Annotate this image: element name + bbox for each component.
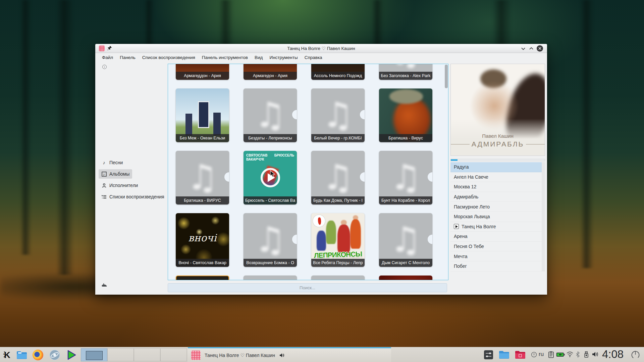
bluetooth-icon[interactable] (576, 351, 580, 358)
cover-figure (337, 225, 350, 253)
track-list-scrollbar[interactable] (542, 162, 545, 272)
album-card[interactable]: Белый Вечер - гр.КОМБІ (311, 88, 365, 142)
clock[interactable]: 4:08 (602, 348, 624, 361)
menu-item-0[interactable]: Файл (99, 54, 116, 61)
track-row[interactable]: Радуга (450, 162, 542, 172)
sidebar-item-albums[interactable]: ♪ Альбомы (99, 169, 132, 179)
grid-scrollbar-thumb[interactable] (445, 65, 448, 88)
album-card[interactable]: Без Заголовка - Alex Park (379, 64, 432, 80)
cover-figure (350, 219, 361, 249)
clipboard-icon[interactable] (548, 351, 554, 358)
track-row[interactable]: Побег (450, 261, 542, 272)
media-play-icon[interactable] (66, 349, 77, 361)
album-card[interactable]: Армагеддон - Ария (176, 64, 229, 80)
menu-item-1[interactable]: Панель (116, 54, 139, 61)
menu-item-2[interactable]: Список воспроизведения (139, 54, 199, 61)
album-card[interactable]: Ассоль Немного Подожд (311, 64, 365, 80)
album-card[interactable]: Будь Как Дома, Путник - І (311, 151, 365, 204)
album-title: Бездаты - Леприконсы (244, 134, 297, 142)
mixer-icon[interactable] (484, 350, 493, 359)
notification-icon[interactable] (531, 352, 537, 358)
task-app-icon (191, 351, 201, 360)
album-card[interactable]: ЛЕПРИКОНСЫ Все Ребята Перцы - Лепр (311, 213, 365, 267)
keyboard-layout-indicator[interactable]: ru (539, 351, 544, 358)
album-card[interactable]: Армагедон - Ария (244, 64, 297, 80)
track-row[interactable]: Морская Львица (450, 212, 542, 222)
grid-scrollbar[interactable] (445, 65, 448, 279)
music-note-icon: ♪ (101, 160, 107, 165)
minimize-button[interactable] (520, 46, 526, 52)
titlebar[interactable]: Танец На Волге ♡ Павел Кашин (95, 44, 547, 53)
tree-trunk (580, 0, 594, 268)
album-card[interactable]: Возвращение Бомжа - О (244, 213, 297, 267)
album-card[interactable]: Дым Сигарет С Ментоло (379, 213, 432, 267)
album-card[interactable] (379, 276, 432, 280)
menubar: ФайлПанельСписок воспроизведенияПанель и… (95, 53, 547, 62)
taskbar: K Танец На Волге ♡ Павел Кашин ru (0, 347, 644, 362)
virtual-desktop-pager (81, 348, 187, 361)
power-icon[interactable] (631, 350, 640, 360)
folder-blue-icon[interactable] (499, 350, 509, 359)
album-card[interactable]: Бездаты - Леприконсы (244, 88, 297, 142)
track-row[interactable]: Адмирабль (450, 192, 542, 202)
wifi-icon[interactable] (566, 351, 574, 357)
album-card[interactable]: Бунт На Корабле - Корол (379, 151, 432, 204)
volume-icon[interactable] (592, 351, 599, 357)
album-card[interactable] (311, 276, 365, 280)
now-playing-cover[interactable]: Павел Кашин АДМИРАБЛЬ (450, 64, 545, 156)
playing-indicator-icon (454, 224, 459, 229)
sidebar-item-label: Альбомы (109, 171, 129, 177)
firefox-icon[interactable] (32, 349, 44, 361)
track-title: Песня О Тебе (454, 244, 484, 249)
playback-progress-bar[interactable] (450, 159, 545, 161)
cover-text: СВЯТОСЛАВ ВАКАРЧУК (246, 154, 272, 162)
album-title: Армагедон - Ария (244, 72, 297, 80)
album-title: Без Меж - Океан Ельзи (176, 134, 229, 142)
menu-item-6[interactable]: Справка (301, 54, 326, 61)
network-icon[interactable] (49, 349, 60, 361)
menu-item-3[interactable]: Панель инструментов (199, 54, 251, 61)
album-title: Бунт На Корабле - Корол (379, 196, 432, 204)
search-input[interactable]: Поиск... (168, 283, 447, 292)
track-row[interactable]: Песня О Тебе (450, 242, 542, 252)
info-icon[interactable]: i (102, 65, 107, 69)
task-title: Танец На Волге ♡ Павел Кашин (205, 353, 275, 358)
album-card[interactable]: Братишка - ВИРУС (176, 151, 229, 204)
album-card[interactable] (244, 276, 297, 280)
menu-item-5[interactable]: Инструменты (266, 54, 301, 61)
album-title: Все Ребята Перцы - Лепр (311, 259, 365, 267)
pager-desktop-2[interactable] (107, 348, 134, 361)
album-card[interactable]: Братишка - Вирус (379, 88, 432, 142)
album-card[interactable]: Без Меж - Океан Ельзи (176, 88, 229, 142)
now-playing-panel: Павел Кашин АДМИРАБЛЬ Радуга Ангел На Св… (450, 64, 545, 294)
track-title: Танец На Волге (462, 224, 496, 229)
pager-desktop-4[interactable] (160, 348, 187, 361)
album-card[interactable]: вночі Вночі - Святослав Вакар (176, 213, 229, 267)
album-card[interactable] (176, 276, 229, 280)
track-row[interactable]: Ангел На Свече (450, 172, 542, 182)
track-title: Адмирабль (454, 194, 478, 199)
task-button[interactable]: Танец На Волге ♡ Павел Кашин (188, 347, 391, 362)
sidebar-item-playlists[interactable]: Списки воспроизведения (99, 192, 167, 201)
sidebar-nav: ♪ Песни ♪ Альбомы Исполнители Списки вос… (99, 158, 166, 203)
close-button[interactable] (537, 45, 543, 52)
usb-icon[interactable] (584, 351, 589, 358)
pager-desktop-3[interactable] (134, 348, 160, 361)
track-row[interactable]: Москва 12 (450, 182, 542, 192)
album-title: Без Заголовка - Alex Park (379, 72, 432, 80)
track-row[interactable]: Арена (450, 232, 542, 242)
maximize-button[interactable] (528, 46, 534, 52)
file-manager-icon[interactable] (16, 349, 28, 361)
pager-desktop-1[interactable] (81, 348, 107, 361)
rabbit-icon[interactable] (101, 283, 107, 289)
battery-icon[interactable] (556, 352, 565, 357)
track-row[interactable]: Мечта (450, 251, 542, 261)
sidebar-item-songs[interactable]: ♪ Песни (99, 158, 125, 167)
sidebar-item-artists[interactable]: Исполнители (99, 181, 141, 190)
track-row[interactable]: Танец На Волге (450, 222, 542, 232)
track-row[interactable]: Пасмурное Лето (450, 202, 542, 212)
menu-item-4[interactable]: Вид (251, 54, 266, 61)
kde-menu-icon[interactable]: K (1, 349, 13, 361)
pepper-badge-icon (311, 213, 326, 228)
folder-red-icon[interactable] (515, 350, 526, 359)
